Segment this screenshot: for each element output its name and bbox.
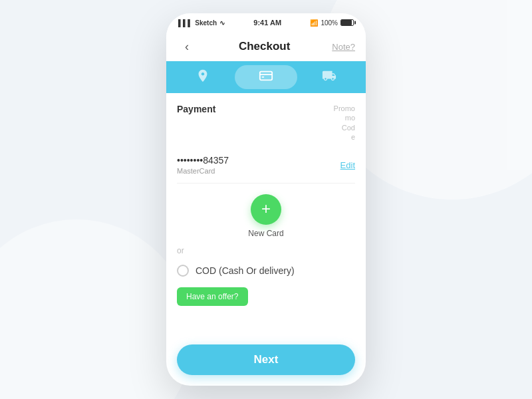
carrier-label: Sketch (195, 19, 217, 27)
card-row: ••••••••84357 MasterCard Edit (177, 150, 355, 184)
cod-row[interactable]: COD (Cash Or delivery) (177, 262, 355, 287)
svg-rect-0 (260, 71, 272, 80)
promo-text: PromomoCode (334, 104, 355, 141)
add-card-button[interactable]: + (251, 194, 281, 225)
status-battery: 📶 100% (310, 19, 354, 27)
status-carrier: ▌▌▌ Sketch ∿ (178, 19, 225, 27)
wifi-icon: ∿ (219, 19, 225, 27)
status-time: 9:41 AM (253, 19, 281, 27)
bg-decoration-2 (0, 219, 193, 399)
header: ‹ Checkout Note? (166, 32, 366, 61)
page-title: Checkout (239, 40, 290, 53)
new-card-label: New Card (248, 229, 283, 238)
promo-label: PromomoCode (334, 104, 355, 142)
or-divider: or (177, 243, 355, 262)
note-button[interactable]: Note? (332, 42, 355, 52)
step-tabs (166, 61, 366, 93)
payment-title: Payment (177, 104, 215, 114)
next-button[interactable]: Next (177, 344, 355, 375)
back-button[interactable]: ‹ (177, 40, 197, 54)
main-content: Payment PromomoCode ••••••••84357 Master… (166, 93, 366, 339)
cod-radio[interactable] (177, 265, 189, 277)
battery-percent: 100% (321, 19, 338, 27)
card-number: ••••••••84357 (177, 155, 229, 166)
step-tab-delivery[interactable] (297, 65, 360, 89)
next-button-wrapper: Next (166, 339, 366, 386)
battery-icon (340, 19, 354, 26)
card-info: ••••••••84357 MasterCard (177, 155, 229, 175)
new-card-section: + New Card (177, 184, 355, 243)
cod-label: COD (Cash Or delivery) (196, 265, 295, 276)
battery-fill (341, 20, 352, 25)
svg-rect-2 (262, 76, 265, 77)
phone-frame: ▌▌▌ Sketch ∿ 9:41 AM 📶 100% ‹ Checkout N… (166, 13, 366, 386)
payment-icon (259, 68, 273, 86)
plus-icon: + (261, 201, 271, 217)
step-tab-location[interactable] (172, 65, 235, 89)
location-icon (196, 68, 210, 86)
card-type: MasterCard (177, 167, 229, 175)
payment-section-header: Payment PromomoCode (177, 104, 355, 142)
offer-button[interactable]: Have an offer? (177, 287, 248, 306)
signal-icon: ▌▌▌ (178, 19, 192, 27)
edit-card-button[interactable]: Edit (340, 160, 355, 170)
step-tab-payment[interactable] (235, 65, 298, 89)
delivery-icon (322, 68, 336, 86)
bluetooth-icon: 📶 (310, 19, 318, 27)
status-bar: ▌▌▌ Sketch ∿ 9:41 AM 📶 100% (166, 13, 366, 32)
